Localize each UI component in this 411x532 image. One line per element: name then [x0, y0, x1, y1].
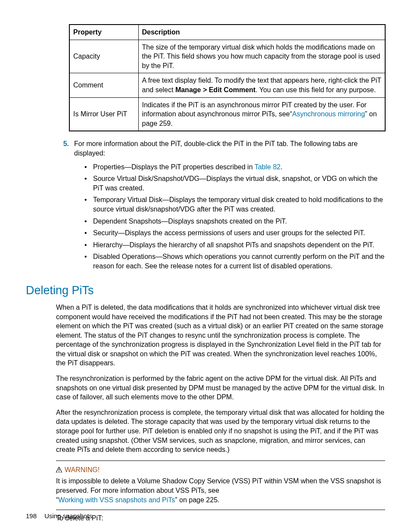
warning-label: WARNING!	[65, 466, 100, 473]
table-header-property: Property	[69, 25, 138, 40]
step-bullets: Properties—Displays the PiT properties d…	[74, 162, 385, 271]
list-item: Properties—Displays the PiT properties d…	[84, 162, 385, 172]
page: Property Description Capacity The size o…	[0, 0, 411, 532]
text: .	[280, 163, 282, 171]
step-number: 5.	[56, 139, 74, 273]
step-5: 5. For more information about the PiT, d…	[56, 139, 385, 273]
paragraph: The resynchronization is performed by th…	[56, 374, 385, 402]
link-vss-snapshots[interactable]: Working with VSS snapshots and PiTs	[58, 496, 175, 504]
text: Properties—Displays the PiT properties d…	[93, 163, 255, 171]
list-item: Dependent Snapshots—Displays snapshots c…	[84, 217, 385, 226]
list-item: Disabled Operations—Shows which operatio…	[84, 252, 385, 271]
svg-point-2	[59, 471, 59, 472]
link-async-mirroring[interactable]: Asynchronous mirroring	[292, 110, 365, 118]
list-item: Source Virtual Disk/Snapshot/VDG—Display…	[84, 174, 385, 193]
text: . You can use this field for any purpose…	[255, 86, 376, 93]
warning-icon	[56, 466, 62, 475]
table-cell-property: Is Mirror User PiT	[69, 97, 138, 131]
table-row: Capacity The size of the temporary virtu…	[69, 40, 385, 73]
table-cell-description: Indicates if the PiT is an asynchronous …	[138, 97, 385, 131]
table-row: Comment A free text display field. To mo…	[69, 73, 385, 97]
table-row: Is Mirror User PiT Indicates if the PiT …	[69, 97, 385, 131]
table-cell-property: Comment	[69, 73, 138, 97]
paragraph: To delete a PiT:	[56, 513, 385, 523]
page-footer: 198 Using snapshots	[26, 512, 92, 520]
table-header-row: Property Description	[69, 25, 385, 40]
section-heading-deleting-pits: Deleting PiTs	[26, 283, 385, 298]
warning-heading: WARNING!	[56, 465, 385, 475]
warning-body: It is impossible to delete a Volume Shad…	[56, 476, 385, 504]
list-item: Hierarchy—Displays the hierarchy of all …	[84, 240, 385, 250]
warning-callout: WARNING! It is impossible to delete a Vo…	[56, 460, 385, 510]
step-intro: For more information about the PiT, doub…	[74, 139, 385, 158]
text: ” on page 225.	[175, 496, 219, 504]
table-cell-property: Capacity	[69, 40, 138, 73]
link-table-82[interactable]: Table 82	[255, 163, 281, 171]
list-item: Security—Displays the access permissions…	[84, 228, 385, 238]
bold-text: Manage > Edit Comment	[175, 86, 255, 93]
table-header-description: Description	[138, 25, 385, 40]
page-number: 198	[26, 512, 37, 520]
footer-section: Using snapshots	[44, 512, 92, 520]
text: It is impossible to delete a Volume Shad…	[56, 477, 381, 494]
table-cell-description: The size of the temporary virtual disk w…	[138, 40, 385, 73]
paragraph: After the resynchronization process is c…	[56, 408, 385, 454]
properties-table: Property Description Capacity The size o…	[69, 24, 386, 131]
paragraph: When a PiT is deleted, the data modifica…	[56, 303, 385, 368]
table-cell-description: A free text display field. To modify the…	[138, 73, 385, 97]
list-item: Temporary Virtual Disk—Displays the temp…	[84, 195, 385, 214]
